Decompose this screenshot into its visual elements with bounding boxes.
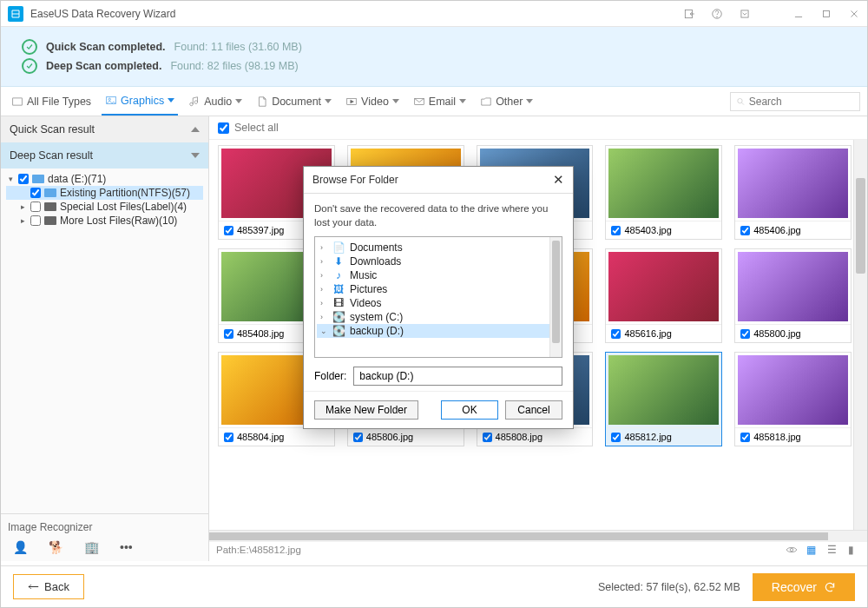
folder-system-drive[interactable]: ›💽system (C:) [317, 310, 560, 324]
filter-email[interactable]: Email [410, 87, 470, 116]
tree-node-existing[interactable]: Existing Partition(NTFS)(57) [6, 186, 203, 200]
thumbnail[interactable]: 485800.jpg [734, 248, 852, 343]
minimize-button[interactable] [791, 6, 806, 22]
partition-icon [44, 188, 56, 197]
thumbnail-checkbox[interactable] [224, 433, 233, 442]
help-icon[interactable] [709, 6, 725, 22]
thumbnail-checkbox[interactable] [740, 329, 750, 339]
thumbnail-image [608, 149, 719, 218]
recover-button[interactable]: Recover [753, 573, 855, 601]
list-view-icon[interactable]: ☰ [827, 544, 839, 556]
drive-icon [32, 175, 44, 183]
search-icon [736, 96, 746, 107]
tree-node-special[interactable]: ▸Special Lost Files(Label)(4) [6, 200, 203, 214]
svg-point-10 [738, 98, 742, 102]
thumbnail[interactable]: 485403.jpg [605, 145, 722, 240]
filter-all[interactable]: All File Types [8, 87, 95, 116]
dialog-close-button[interactable]: ✕ [553, 172, 564, 188]
thumbnail-filename: 485804.jpg [237, 432, 284, 442]
folder-tree: ▾data (E:)(71) Existing Partition(NTFS)(… [1, 169, 208, 231]
back-button[interactable]: 🡐 Back [13, 574, 84, 599]
thumbnail-checkbox[interactable] [611, 329, 621, 339]
dialog-title: Browse For Folder [312, 174, 398, 186]
folder-field-input[interactable] [353, 367, 562, 386]
chevron-down-icon [191, 153, 200, 158]
menu-icon[interactable] [737, 6, 753, 22]
more-icon[interactable]: ••• [120, 540, 133, 554]
check-icon [22, 58, 37, 74]
cancel-button[interactable]: Cancel [505, 400, 562, 420]
animal-icon[interactable]: 🐕 [49, 540, 63, 554]
titlebar: EaseUS Data Recovery Wizard [1, 1, 867, 27]
dialog-scrollbar[interactable] [549, 237, 562, 357]
pictures-icon: 🖼 [332, 283, 345, 295]
thumbnail-image [738, 355, 848, 425]
make-new-folder-button[interactable]: Make New Folder [314, 400, 418, 420]
horizontal-scrollbar[interactable] [209, 530, 867, 542]
filter-graphics[interactable]: Graphics [102, 87, 178, 116]
thumbnail[interactable]: 485818.jpg [734, 352, 852, 446]
svg-rect-3 [741, 10, 748, 17]
filter-video[interactable]: Video [342, 87, 403, 116]
thumbnail-checkbox[interactable] [353, 433, 363, 442]
folder-field-label: Folder: [314, 370, 346, 382]
svg-rect-5 [13, 97, 23, 104]
thumbnail[interactable]: 485616.jpg [605, 248, 722, 343]
ok-button[interactable]: OK [441, 400, 498, 420]
download-icon: ⬇ [332, 255, 345, 268]
search-input[interactable] [749, 96, 854, 108]
tree-node-root[interactable]: ▾data (E:)(71) [6, 172, 203, 186]
deep-scan-found: Found: 82 files (98.19 MB) [170, 60, 298, 72]
thumbnail-checkbox[interactable] [611, 226, 621, 235]
import-icon[interactable] [681, 6, 697, 22]
folder-backup-drive[interactable]: ⌄💽backup (D:) [317, 324, 560, 338]
close-button[interactable] [846, 6, 862, 22]
select-all-row[interactable]: Select all [209, 116, 867, 140]
svg-rect-4 [824, 10, 830, 17]
document-icon: 📄 [332, 241, 345, 254]
path-bar: Path:E:\485812.jpg ▦ ☰ ▮ [209, 539, 867, 558]
preview-icon[interactable] [786, 544, 798, 556]
maximize-button[interactable] [819, 6, 834, 22]
drive-icon: 💽 [332, 311, 345, 323]
thumbnail-checkbox[interactable] [224, 329, 233, 339]
grid-view-icon[interactable]: ▦ [806, 544, 819, 556]
thumbnail-checkbox[interactable] [611, 433, 621, 442]
folder-downloads[interactable]: ›⬇Downloads [317, 254, 560, 268]
music-icon: ♪ [332, 269, 345, 281]
folder-videos[interactable]: ›🎞Videos [317, 296, 560, 310]
thumbnail-checkbox[interactable] [224, 226, 233, 235]
filter-document[interactable]: Document [253, 87, 335, 116]
path-text: Path:E:\485812.jpg [216, 545, 301, 555]
chevron-up-icon [191, 127, 200, 132]
search-box[interactable] [730, 92, 860, 111]
select-all-checkbox[interactable] [218, 122, 229, 134]
thumbnail-checkbox[interactable] [740, 226, 750, 235]
tree-node-raw[interactable]: ▸More Lost Files(Raw)(10) [6, 214, 203, 228]
folder-documents[interactable]: ›📄Documents [317, 241, 560, 254]
filter-other[interactable]: Other [477, 87, 536, 116]
filter-audio[interactable]: Audio [185, 87, 246, 116]
quick-scan-panel-header[interactable]: Quick Scan result [1, 116, 208, 142]
footer: 🡐 Back Selected: 57 file(s), 62.52 MB Re… [1, 565, 867, 607]
dialog-warning: Don't save the recovered data to the dri… [314, 202, 562, 229]
check-icon [22, 39, 37, 55]
thumbnail-filename: 485808.jpg [496, 432, 542, 442]
folder-music[interactable]: ›♪Music [317, 268, 560, 282]
quick-scan-label: Quick Scan completed. [46, 41, 166, 53]
folder-pictures[interactable]: ›🖼Pictures [317, 282, 560, 296]
folder-icon [44, 202, 56, 211]
scan-status-banner: Quick Scan completed. Found: 11 files (3… [1, 27, 867, 87]
thumbnail-image [738, 252, 848, 321]
thumbnail[interactable]: 485406.jpg [734, 145, 852, 240]
app-title: EaseUS Data Recovery Wizard [30, 8, 681, 20]
person-icon[interactable]: 👤 [13, 540, 28, 554]
deep-scan-panel-header[interactable]: Deep Scan result [1, 142, 208, 169]
thumbnail[interactable]: 485812.jpg [605, 352, 722, 446]
thumbnail-checkbox[interactable] [483, 433, 492, 442]
vertical-scrollbar[interactable] [853, 140, 867, 539]
detail-view-icon[interactable]: ▮ [848, 544, 860, 556]
videos-icon: 🎞 [332, 297, 345, 309]
building-icon[interactable]: 🏢 [84, 540, 99, 554]
thumbnail-checkbox[interactable] [740, 433, 750, 442]
